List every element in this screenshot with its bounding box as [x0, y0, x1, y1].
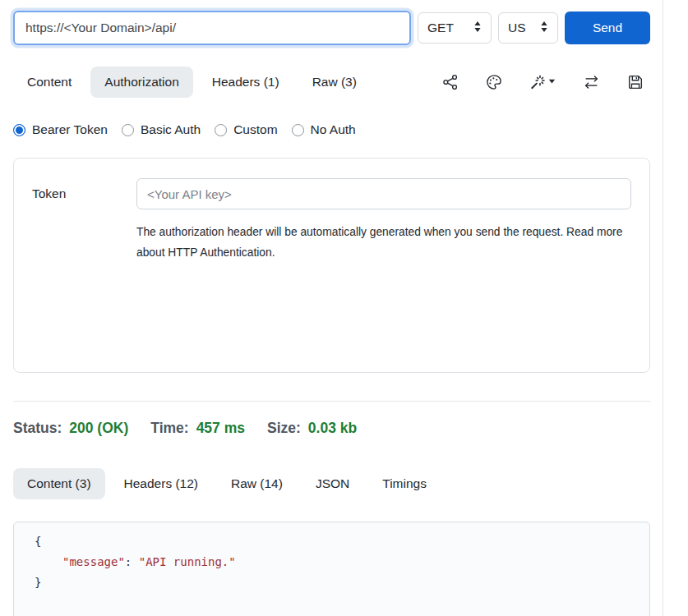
token-input[interactable]	[136, 178, 631, 209]
time-value: 457 ms	[196, 420, 245, 437]
request-tabs-row: Content Authorization Headers (1) Raw (3…	[13, 67, 650, 98]
token-label: Token	[32, 186, 136, 201]
right-edge-divider	[663, 0, 663, 616]
toolbar-icon-group	[441, 73, 650, 91]
radio-bearer-token[interactable]: Bearer Token	[13, 122, 108, 137]
tab-raw[interactable]: Raw (3)	[298, 67, 371, 98]
tab-response-timings[interactable]: Timings	[368, 468, 441, 499]
up-down-arrows-icon	[473, 21, 482, 36]
method-select-value: GET	[427, 21, 454, 35]
method-select[interactable]: GET	[418, 12, 492, 44]
palette-icon[interactable]	[485, 73, 503, 91]
tab-headers[interactable]: Headers (1)	[198, 67, 293, 98]
tab-content[interactable]: Content	[13, 67, 85, 98]
json-value: "API running."	[139, 555, 236, 568]
tab-response-json[interactable]: JSON	[302, 468, 363, 499]
url-input[interactable]	[13, 11, 411, 45]
json-close-brace: }	[35, 572, 636, 593]
json-message-line: "message": "API running."	[35, 552, 636, 572]
radio-selected-icon	[13, 124, 25, 136]
swap-arrows-icon[interactable]	[582, 73, 601, 91]
tab-response-content[interactable]: Content (3)	[13, 468, 105, 499]
status-label: Status:	[13, 420, 62, 437]
section-divider	[13, 401, 650, 402]
tab-response-headers[interactable]: Headers (12)	[110, 468, 212, 499]
json-colon: :	[125, 555, 139, 568]
response-body[interactable]: { "message": "API running." }	[13, 522, 650, 616]
tab-response-raw[interactable]: Raw (14)	[217, 468, 297, 499]
radio-no-auth-label: No Auth	[311, 122, 356, 137]
json-key: "message"	[62, 555, 125, 568]
json-open-brace: {	[35, 531, 636, 552]
radio-basic-auth-label: Basic Auth	[141, 122, 201, 137]
radio-unselected-icon	[122, 124, 134, 136]
send-button[interactable]: Send	[565, 11, 650, 44]
save-icon[interactable]	[626, 73, 644, 91]
api-client-page: GET US Send Content Authorization Header…	[13, 0, 650, 616]
share-icon[interactable]	[441, 73, 459, 91]
radio-bearer-token-label: Bearer Token	[32, 122, 108, 137]
response-status-row: Status: 200 (OK) Time: 457 ms Size: 0.03…	[13, 420, 650, 437]
radio-custom-label: Custom	[233, 122, 277, 137]
radio-custom[interactable]: Custom	[215, 122, 277, 137]
radio-no-auth[interactable]: No Auth	[292, 122, 356, 137]
region-select-value: US	[508, 21, 526, 35]
token-help-text: The authorization header will be automat…	[136, 222, 628, 263]
magic-wand-icon[interactable]	[529, 73, 556, 91]
time-label: Time:	[150, 420, 188, 437]
response-tabs-row: Content (3) Headers (12) Raw (14) JSON T…	[13, 468, 650, 499]
region-select[interactable]: US	[498, 12, 558, 44]
radio-unselected-icon	[215, 124, 227, 136]
status-value: 200 (OK)	[69, 420, 128, 437]
request-bar: GET US Send	[13, 11, 650, 45]
token-panel: Token The authorization header will be a…	[13, 158, 650, 373]
up-down-arrows-icon	[540, 21, 548, 36]
radio-basic-auth[interactable]: Basic Auth	[122, 122, 201, 137]
size-value: 0.03 kb	[308, 420, 357, 437]
size-label: Size:	[267, 420, 301, 437]
auth-type-row: Bearer Token Basic Auth Custom No Auth	[13, 122, 650, 137]
radio-unselected-icon	[292, 124, 304, 136]
tab-authorization[interactable]: Authorization	[90, 67, 192, 98]
